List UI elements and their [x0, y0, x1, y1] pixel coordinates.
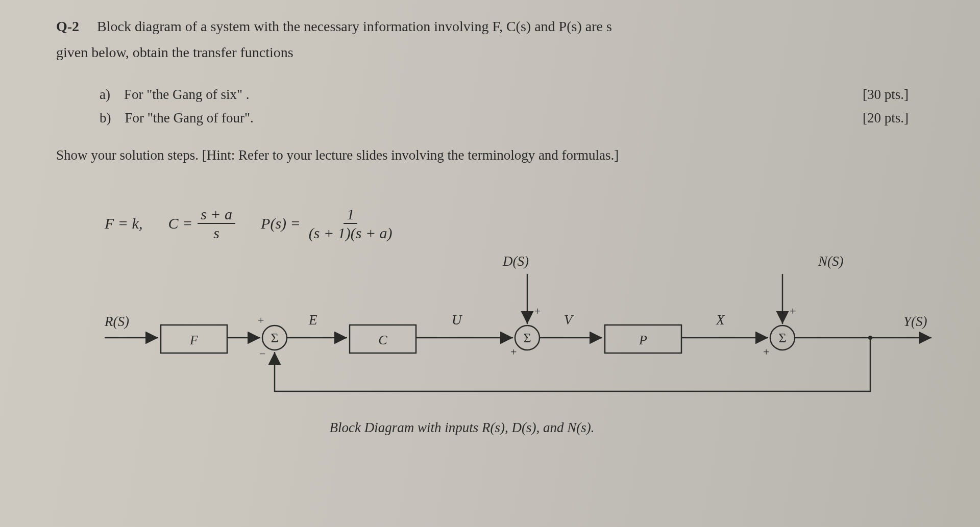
label-D: D(S): [503, 254, 529, 269]
label-V: V: [564, 312, 573, 328]
label-X: X: [716, 312, 725, 328]
sum1-minus: −: [259, 347, 265, 360]
subitem-b-text: For "the Gang of four".: [125, 110, 254, 126]
formula-P: P(s) = 1 (s + 1)(s + a): [261, 206, 396, 241]
sub-item-b: b) For "the Gang of four". [20 pts.]: [100, 107, 929, 130]
formula-F: F = k,: [105, 215, 142, 232]
formula-C-num: s + a: [198, 206, 235, 224]
sum2-plus-left: +: [510, 345, 517, 358]
subitem-a-points: [30 pts.]: [863, 83, 929, 107]
block-P-label: P: [639, 333, 647, 347]
question-header: Q-2 Block diagram of a system with the n…: [56, 15, 929, 37]
sum2-plus-top: +: [534, 305, 541, 317]
exam-page: Q-2 Block diagram of a system with the n…: [0, 0, 980, 527]
formula-P-num: 1: [344, 206, 357, 224]
formula-P-lhs: P(s) =: [261, 215, 301, 232]
sum3-plus-left: +: [763, 345, 769, 358]
formula-P-frac: 1 (s + 1)(s + a): [306, 206, 396, 241]
subitem-a-letter: a): [100, 87, 110, 102]
hint-line: Show your solution steps. [Hint: Refer t…: [56, 147, 929, 163]
sum1-plus: +: [258, 314, 264, 327]
sum3-plus-top: +: [790, 305, 796, 317]
formula-F-text: F = k,: [105, 215, 142, 232]
label-R: R(S): [105, 314, 129, 330]
formula-C: C = s + a s: [168, 206, 235, 241]
question-text-line1: Block diagram of a system with the neces…: [97, 18, 612, 34]
label-U: U: [452, 312, 462, 328]
formula-C-lhs: C =: [168, 215, 192, 232]
sum3-sigma: Σ: [778, 331, 786, 345]
sub-items: a) For "the Gang of six" . [30 pts.] b) …: [56, 83, 929, 130]
block-F-label: F: [189, 333, 199, 347]
diagram-svg: F Σ + − C Σ + + P: [105, 254, 947, 417]
sum1-sigma: Σ: [271, 331, 278, 345]
formula-C-den: s: [210, 224, 223, 241]
label-E: E: [309, 312, 317, 328]
formula-P-den: (s + 1)(s + a): [306, 224, 396, 241]
block-C-label: C: [378, 333, 387, 347]
block-diagram: R(S) D(S) N(S) Y(S) E U V X F Σ +: [105, 254, 947, 417]
sum2-sigma: Σ: [523, 331, 531, 345]
subitem-b-points: [20 pts.]: [863, 107, 929, 130]
question-label: Q-2: [56, 18, 79, 34]
question-text-line2: given below, obtain the transfer functio…: [56, 41, 929, 63]
label-Y: Y(S): [903, 314, 927, 330]
label-N: N(S): [818, 254, 844, 269]
formula-C-frac: s + a s: [198, 206, 235, 241]
formula-row: F = k, C = s + a s P(s) = 1 (s + 1)(s + …: [56, 206, 929, 241]
sub-item-a: a) For "the Gang of six" . [30 pts.]: [100, 83, 929, 107]
subitem-a-text: For "the Gang of six" .: [124, 87, 250, 102]
subitem-b-letter: b): [100, 110, 111, 126]
diagram-caption: Block Diagram with inputs R(s), D(s), an…: [56, 420, 929, 436]
